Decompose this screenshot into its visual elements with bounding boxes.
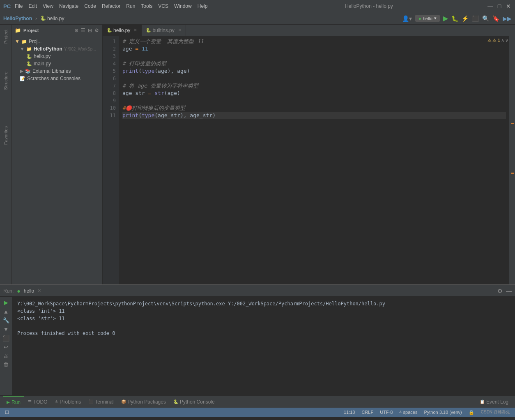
- bottom-tab-event-log[interactable]: 📋 Event Log: [476, 396, 512, 408]
- bottom-tab-python-console[interactable]: 🐍 Python Console: [170, 396, 218, 408]
- menu-tools[interactable]: Tools: [141, 3, 152, 9]
- run-play-btn[interactable]: ▶: [4, 299, 8, 306]
- status-watermark: CSDN @韩乔先: [481, 409, 510, 415]
- python-packages-tab-text: Python Packages: [128, 399, 166, 405]
- menu-help[interactable]: Help: [198, 3, 208, 9]
- app-logo: PC: [3, 3, 11, 9]
- bottom-tab-run[interactable]: ▶ Run: [3, 396, 24, 408]
- panel-settings-icon[interactable]: ⚙: [94, 28, 99, 33]
- tree-item-hello-py[interactable]: 🐍 hello.py: [11, 53, 102, 60]
- close-button[interactable]: ✕: [505, 3, 512, 9]
- tree-item-scratches[interactable]: 📝 Scratches and Consoles: [11, 75, 102, 82]
- status-line-ending[interactable]: CRLF: [361, 410, 373, 415]
- warning-indicator[interactable]: ⚠ ⚠ 1 ∧ ∨: [487, 38, 508, 43]
- stop-button[interactable]: ⬛: [472, 15, 479, 22]
- tree-item-proj[interactable]: ▼ 📁 Proj...: [11, 38, 102, 45]
- code-line-3: [122, 53, 506, 60]
- line-numbers: 1 2 3 4 5 6 7 8 9 10 11: [103, 36, 119, 284]
- run-wrap-btn[interactable]: ↩: [4, 344, 8, 350]
- menu-run[interactable]: Run: [126, 3, 135, 9]
- tree-proj-label: Proj...: [29, 39, 41, 44]
- menu-edit[interactable]: Edit: [28, 3, 37, 9]
- run-config-dropdown[interactable]: ● hello ▾: [415, 15, 440, 22]
- python-console-tab-icon: 🐍: [173, 399, 178, 404]
- code-line-2: age = 11: [122, 45, 506, 53]
- run-stop-btn[interactable]: ⬛: [2, 335, 9, 342]
- window-title: HelloPython - hello.py: [251, 3, 487, 9]
- python-console-tab-text: Python Console: [180, 399, 215, 405]
- hellopython-icon: 📁: [26, 46, 32, 52]
- window-controls: — □ ✕: [487, 3, 512, 9]
- project-label[interactable]: HelloPython: [3, 16, 32, 21]
- panel-list-icon[interactable]: ☰: [81, 28, 85, 33]
- maximize-button[interactable]: □: [496, 3, 503, 9]
- status-python-version[interactable]: Python 3.10 (venv): [424, 410, 462, 415]
- panel-collapse-icon[interactable]: ⊟: [88, 28, 92, 33]
- bottom-tab-problems[interactable]: ⚠ Problems: [51, 396, 84, 408]
- warning-count: ⚠ 1: [492, 38, 500, 43]
- bottom-tab-todo[interactable]: ☰ TODO: [25, 396, 51, 408]
- coverage-button[interactable]: ⚡: [462, 15, 469, 22]
- status-encoding[interactable]: UTF-8: [380, 410, 393, 415]
- structure-sidebar-label[interactable]: Structure: [3, 72, 8, 90]
- project-sidebar-label[interactable]: Project: [3, 30, 8, 44]
- account-icon[interactable]: 👤▾: [402, 15, 412, 22]
- run-settings-icon[interactable]: ⚙: [497, 288, 503, 294]
- event-log-tab-text: Event Log: [486, 399, 508, 405]
- menu-vcs[interactable]: VCS: [158, 3, 168, 9]
- warning-nav-down[interactable]: ∨: [505, 38, 508, 43]
- favorites-sidebar-label[interactable]: Favorites: [3, 126, 8, 145]
- menu-navigate[interactable]: Navigate: [59, 3, 78, 9]
- status-checkbox[interactable]: ☐: [5, 410, 9, 415]
- tab-builtins-py-close[interactable]: ✕: [178, 28, 182, 33]
- output-line-4: [17, 322, 510, 330]
- code-editor[interactable]: 1 2 3 4 5 6 7 8 9 10 11 # 定义一个变量 其值为整型 1…: [103, 36, 515, 284]
- run-trash-btn[interactable]: 🗑: [3, 361, 9, 367]
- problems-tab-icon: ⚠: [55, 399, 58, 404]
- run-button[interactable]: ▶: [443, 14, 448, 22]
- debug-button[interactable]: 🐛: [451, 15, 458, 22]
- tree-item-external-libs[interactable]: ▶ 📚 External Libraries: [11, 67, 102, 75]
- run-print-btn[interactable]: 🖨: [3, 353, 9, 359]
- run-scroll-up-btn[interactable]: ▲: [3, 308, 9, 315]
- bottom-tab-terminal[interactable]: ⬛ Terminal: [85, 396, 117, 408]
- status-indent[interactable]: 4 spaces: [399, 410, 417, 415]
- code-line-7: # 将 age 变量转为字符串类型: [122, 82, 506, 90]
- hello-py-icon: 🐍: [26, 54, 32, 59]
- left-sidebar-strip: Project Structure Favorites: [0, 25, 11, 284]
- warning-nav-up[interactable]: ∧: [501, 38, 504, 43]
- code-area[interactable]: # 定义一个变量 其值为整型 11 age = 11 # 打印变量的类型 pri…: [119, 36, 509, 284]
- tab-hello-py-close[interactable]: ✕: [133, 28, 137, 33]
- code-line-5: print(type(age), age): [122, 67, 506, 75]
- status-position[interactable]: 11:18: [344, 410, 355, 415]
- menu-view[interactable]: View: [43, 3, 53, 9]
- tree-item-main-py[interactable]: 🐍 main.py: [11, 60, 102, 67]
- editor-area: 🐍 hello.py ✕ 🐍 builtins.py ✕ 1 2 3 4 5 6…: [103, 25, 515, 284]
- run-scroll-down-btn[interactable]: ▼: [3, 326, 9, 332]
- menu-file[interactable]: File: [15, 3, 23, 9]
- tree-main-py-label: main.py: [34, 61, 51, 67]
- file-breadcrumb[interactable]: 🐍 hello.py: [40, 16, 64, 21]
- search-button[interactable]: 🔍: [482, 15, 489, 22]
- bottom-tab-python-packages[interactable]: 📦 Python Packages: [118, 396, 169, 408]
- run-wrench-icon[interactable]: 🔧: [3, 317, 9, 323]
- run-panel-body: ▶ ▲ 🔧 ▼ ⬛ ↩ 🖨 🗑 Y:\002_WorkSpace\Pycharm…: [0, 297, 515, 395]
- code-line-8: age_str = str(age): [122, 90, 506, 97]
- tree-item-hellopython[interactable]: ▼ 📁 HelloPython Y:/002_WorkSp...: [11, 45, 102, 53]
- run-output: Y:\002_WorkSpace\PycharmProjects\pythonP…: [12, 297, 515, 395]
- tab-hello-py[interactable]: 🐍 hello.py ✕: [103, 25, 142, 36]
- minimize-button[interactable]: —: [487, 3, 494, 9]
- right-margin-markers: [509, 36, 515, 284]
- tab-builtins-py-icon: 🐍: [146, 28, 151, 32]
- menu-window[interactable]: Window: [174, 3, 192, 9]
- run-tab-label[interactable]: hello: [24, 288, 34, 294]
- bookmark-button[interactable]: 🔖: [492, 15, 499, 22]
- run-dot-icon: ●: [17, 288, 20, 294]
- menu-refactor[interactable]: Refactor: [102, 3, 120, 9]
- panel-add-icon[interactable]: ⊕: [74, 28, 78, 33]
- menu-code[interactable]: Code: [84, 3, 96, 9]
- plugin-button[interactable]: ▶▶: [503, 15, 512, 22]
- run-tab-close[interactable]: ✕: [37, 288, 41, 293]
- run-collapse-icon[interactable]: —: [506, 288, 512, 294]
- tab-builtins-py[interactable]: 🐍 builtins.py ✕: [142, 25, 186, 36]
